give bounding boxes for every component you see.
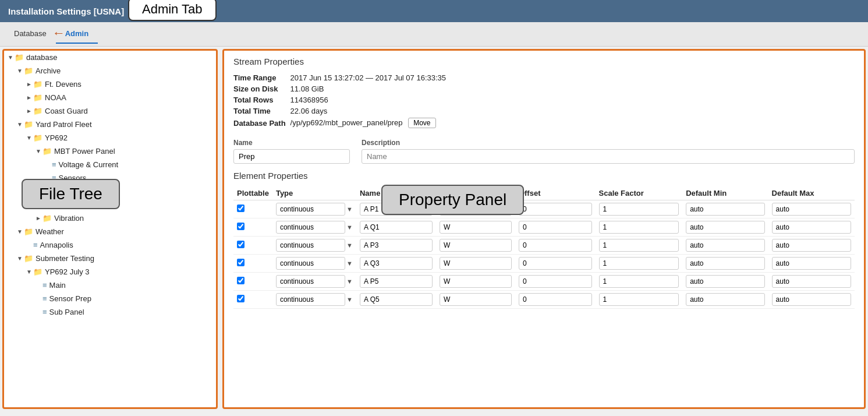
plottable-checkbox[interactable] [237,259,245,266]
default-min-input[interactable] [686,203,764,216]
database-icon: ≡ [52,174,56,182]
default-min-input[interactable] [686,221,764,234]
type-input[interactable] [276,257,345,270]
tree-toggle-icon: ▼ [25,269,33,275]
type-input[interactable] [276,293,345,306]
table-column-header: Default Min [682,186,768,200]
scale-input[interactable] [599,275,679,288]
default-max-input[interactable] [772,221,851,234]
default-max-input[interactable] [772,203,851,216]
scale-input[interactable] [599,203,679,216]
element-name-input[interactable] [360,275,433,288]
tree-item-label: YP692 [45,133,68,142]
tree-item[interactable]: ≡Annapolis [4,238,216,252]
units-input[interactable] [440,257,512,270]
tree-item[interactable]: ≡Voltage & Current [4,158,216,171]
type-input[interactable] [276,203,345,216]
offset-input[interactable] [519,275,592,288]
table-column-header: Scale Factor [596,186,683,200]
tree-item[interactable]: ►📁Vibration [4,211,216,225]
element-name-input[interactable] [360,257,433,270]
tree-item-label: Sensor Prep [49,294,91,303]
default-min-input[interactable] [686,257,764,270]
tree-item[interactable]: ≡Filtered Prep [4,198,216,211]
tree-item-label: Yard Patrol Fleet [36,120,92,129]
tree-item-label: Weather [36,227,64,236]
tree-item[interactable]: ▼📁database [4,51,216,64]
units-input[interactable] [440,203,512,216]
tree-item[interactable]: ▼📁MBT Power Panel [4,144,216,158]
scale-input[interactable] [599,293,679,306]
plottable-checkbox[interactable] [237,223,245,230]
tree-item[interactable]: ►📁Ft. Devens [4,77,216,91]
offset-input[interactable] [519,221,592,234]
plottable-checkbox[interactable] [237,241,245,248]
tree-item-label: Voltage & Current [59,160,119,169]
name-input[interactable] [233,149,350,164]
offset-input[interactable] [519,203,592,216]
type-input[interactable] [276,275,345,288]
tree-toggle-icon: ▼ [16,255,24,262]
tree-item[interactable]: ▼📁Archive [4,64,216,77]
rows-label: Total Rows [233,94,290,105]
offset-input[interactable] [519,293,592,306]
offset-input[interactable] [519,257,592,270]
default-min-input[interactable] [686,239,764,252]
tree-item[interactable]: ≡Main [4,278,216,292]
dropdown-arrow-icon: ▼ [346,206,353,213]
default-min-input[interactable] [686,293,764,306]
element-name-input[interactable] [360,203,433,216]
default-max-input[interactable] [772,257,851,270]
default-max-input[interactable] [772,293,851,306]
tree-item[interactable]: ≡Sub Panel [4,305,216,319]
default-max-input[interactable] [772,239,851,252]
units-input[interactable] [440,239,512,252]
help-button[interactable]: ⊕ Help [133,5,167,17]
tree-item[interactable]: ▼📁Submeter Testing [4,252,216,265]
element-name-input[interactable] [360,293,433,306]
tree-item[interactable]: ►📁NOAA [4,91,216,104]
folder-icon: 📁 [24,66,33,75]
scale-input[interactable] [599,239,679,252]
element-name-input[interactable] [360,239,433,252]
dropdown-arrow-icon: ▼ [346,242,353,249]
folder-icon: 📁 [33,133,42,142]
plottable-checkbox[interactable] [237,295,245,302]
tree-toggle-icon: ▼ [6,54,15,61]
description-input[interactable] [362,149,855,164]
scale-input[interactable] [599,257,679,270]
tree-item[interactable]: ≡Sensors [4,171,216,185]
tree-item[interactable]: ≡Voltage Info [4,185,216,198]
table-column-header: Name [356,186,436,200]
table-row: ▼ [233,200,855,218]
scale-input[interactable] [599,221,679,234]
default-max-input[interactable] [772,275,851,288]
db-path-label: Database Path [233,117,290,129]
type-input[interactable] [276,239,345,252]
units-input[interactable] [440,221,512,234]
tree-item[interactable]: ▼📁YP692 July 3 [4,265,216,278]
units-input[interactable] [440,293,512,306]
move-button[interactable]: Move [408,118,435,128]
db-path-value: /yp/yp692/mbt_power_panel/prep Move [290,117,451,129]
tree-item[interactable]: ▼📁Weather [4,225,216,238]
plottable-checkbox[interactable] [237,205,245,212]
tree-toggle-icon: ▼ [34,148,42,154]
tree-item-label: Sub Panel [49,308,84,316]
tree-item[interactable]: ▼📁YP692 [4,131,216,144]
dropdown-arrow-icon: ▼ [346,278,353,285]
offset-input[interactable] [519,239,592,252]
tree-item[interactable]: ▼📁Yard Patrol Fleet [4,118,216,131]
element-name-input[interactable] [360,221,433,234]
default-min-input[interactable] [686,275,764,288]
tree-item[interactable]: ≡Sensor Prep [4,292,216,305]
tab-database[interactable]: Database [5,24,56,44]
plottable-checkbox[interactable] [237,277,245,284]
units-input[interactable] [440,275,512,288]
type-input[interactable] [276,221,345,234]
tree-item[interactable]: ►📁Coast Guard [4,104,216,118]
table-column-header: Units [436,186,515,200]
tab-admin[interactable]: Admin [56,24,98,44]
table-row: ▼ [233,255,855,273]
folder-icon: 📁 [33,107,42,115]
